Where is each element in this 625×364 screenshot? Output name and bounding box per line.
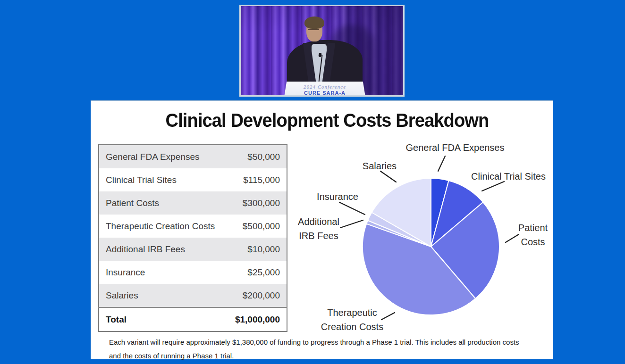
podium-text-line2: CURE SARA-A [284, 90, 365, 96]
row-label: General FDA Expenses [99, 145, 226, 168]
speaker-glasses [308, 27, 319, 30]
slide-caption: Each variant will require approximately … [109, 336, 524, 363]
table-row-general-fda-expenses: General FDA Expenses$50,000 [99, 145, 287, 168]
row-value: $300,000 [226, 191, 287, 215]
pie-label-general-fda: General FDA Expenses [406, 141, 505, 155]
table-row-therapeutic-creation-costs: Therapeutic Creation Costs$500,000 [99, 215, 287, 238]
row-value: $500,000 [226, 215, 287, 238]
table-row-additional-irb-fees: Additional IRB Fees$10,000 [99, 238, 287, 261]
leader-insurance [339, 202, 365, 215]
row-value: $115,000 [226, 168, 287, 191]
cost-table: General FDA Expenses$50,000Clinical Tria… [98, 144, 287, 332]
table-row-clinical-trial-sites: Clinical Trial Sites$115,000 [99, 168, 287, 191]
table-row-insurance: Insurance$25,000 [99, 261, 287, 284]
row-label: Salaries [99, 284, 226, 307]
row-label: Insurance [99, 261, 226, 284]
row-value: $50,000 [226, 145, 287, 168]
podium-text-line1: 2024 Conference [284, 84, 365, 90]
pie-label-clinical-sites: Clinical Trial Sites [471, 169, 546, 183]
page-title: Clinical Development Costs Breakdown [121, 109, 533, 132]
total-label: Total [99, 307, 226, 331]
total-value: $1,000,000 [226, 307, 287, 331]
pie-label-insurance: Insurance [317, 190, 358, 204]
row-label: Clinical Trial Sites [99, 168, 226, 191]
pie-label-patient-costs: Patient Costs [512, 221, 554, 249]
row-label: Patient Costs [99, 191, 226, 215]
table-row-patient-costs: Patient Costs$300,000 [99, 191, 287, 215]
row-label: Therapeutic Creation Costs [99, 215, 226, 238]
presentation-slide: Clinical Development Costs Breakdown Gen… [91, 100, 553, 359]
pie-label-additional-irb: Additional IRB Fees [290, 215, 347, 243]
row-value: $25,000 [226, 261, 287, 284]
podium: 2024 Conference CURE SARA-A [284, 82, 365, 97]
leader-general-fda [438, 156, 445, 171]
pie-label-salaries: Salaries [363, 159, 397, 173]
pie-chart: General FDA Expenses Clinical Trial Site… [293, 135, 557, 361]
table-row-salaries: Salaries$200,000 [99, 284, 287, 307]
table-row-total: Total$1,000,000 [99, 307, 287, 331]
speaker-video[interactable]: 2024 Conference CURE SARA-A [239, 5, 405, 97]
row-label: Additional IRB Fees [99, 238, 226, 261]
pie-label-therapeutic: Therapeutic Creation Costs [314, 306, 390, 334]
row-value: $200,000 [226, 284, 287, 307]
row-value: $10,000 [226, 238, 287, 261]
